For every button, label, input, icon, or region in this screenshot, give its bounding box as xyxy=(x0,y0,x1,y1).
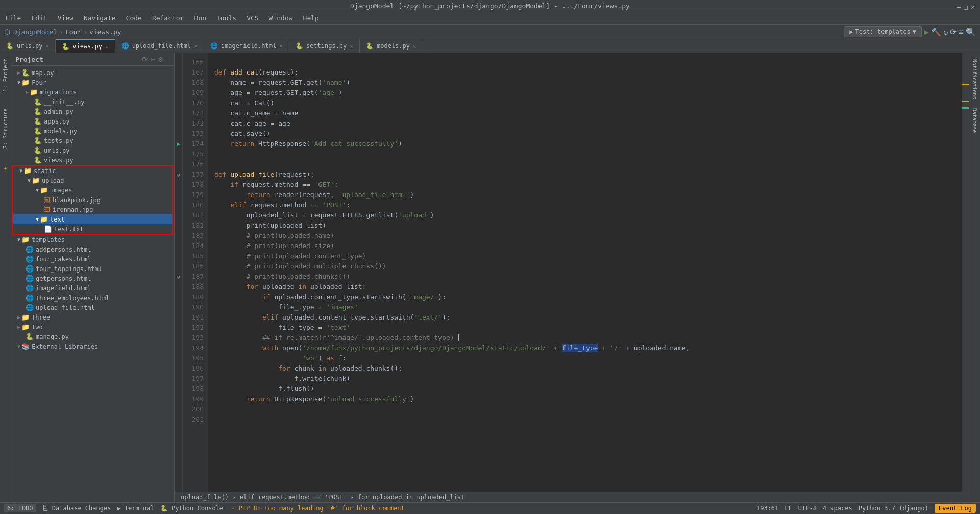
list-item[interactable]: ▼ 📁 Four xyxy=(11,78,174,87)
menu-navigate[interactable]: Navigate xyxy=(79,13,121,23)
list-item[interactable]: ▼ 📁 images xyxy=(13,185,172,195)
folder-arrow: ▶ xyxy=(17,324,20,330)
status-bar: 6: TODO 🗄 Database Changes ▶ Terminal 🐍 … xyxy=(0,502,980,514)
list-item[interactable]: ▼ 📁 text xyxy=(13,214,172,224)
list-item[interactable]: 🐍 tests.py xyxy=(11,136,174,145)
minimize-btn[interactable]: — xyxy=(957,3,961,11)
tab-views[interactable]: 🐍 views.py ✕ xyxy=(56,39,115,53)
tab-settings[interactable]: 🐍 settings.py ✕ xyxy=(289,39,360,53)
todo-btn[interactable]: 6: TODO xyxy=(4,504,36,512)
breadcrumb-file[interactable]: views.py xyxy=(89,28,121,36)
menu-view[interactable]: View xyxy=(53,13,79,23)
close-btn[interactable]: ✕ xyxy=(971,3,975,11)
build-icon[interactable]: 🔨 xyxy=(931,27,941,37)
list-item[interactable]: 🌐 imagefield.html xyxy=(11,283,174,293)
menu-code[interactable]: Code xyxy=(121,13,147,23)
reload-icon[interactable]: ↻ xyxy=(943,27,948,37)
event-log-btn[interactable]: Event Log xyxy=(935,504,976,513)
list-item[interactable]: 🐍 views.py xyxy=(11,155,174,165)
refresh-icon[interactable]: ⟳ xyxy=(950,27,957,37)
list-item[interactable]: 🐍 admin.py xyxy=(11,107,174,116)
left-tab-project[interactable]: 1: Project xyxy=(1,55,10,95)
db-changes-btn[interactable]: 🗄 Database Changes xyxy=(42,505,111,512)
breadcrumb-folder[interactable]: Four xyxy=(65,28,81,36)
list-item[interactable]: ▶ 📁 Three xyxy=(11,312,174,322)
menu-vcs[interactable]: VCS xyxy=(241,13,263,23)
run-icon[interactable]: ▶ xyxy=(924,27,929,37)
file-label: models.py xyxy=(44,128,77,135)
search-icon[interactable]: 🔍 xyxy=(966,27,976,37)
sidebar-header-icons: ⟳ ⊟ ⚙ — xyxy=(142,55,170,63)
tab-close-models[interactable]: ✕ xyxy=(413,43,416,50)
list-item[interactable]: 🐍 urls.py xyxy=(11,145,174,155)
right-tab-database[interactable]: Database xyxy=(971,106,978,135)
menu-edit[interactable]: Edit xyxy=(26,13,52,23)
settings-gear-icon[interactable]: ⚙ xyxy=(158,55,162,63)
list-item[interactable]: ▶ 🐍 map.py xyxy=(11,68,174,78)
list-item[interactable]: 🌐 four_cakes.html xyxy=(11,254,174,264)
tab-imagefield[interactable]: 🌐 imagefield.html ✕ xyxy=(204,39,289,53)
indent-size[interactable]: 4 spaces xyxy=(823,505,852,512)
tab-close-settings[interactable]: ✕ xyxy=(350,43,353,50)
list-item[interactable]: 🐍 apps.py xyxy=(11,116,174,126)
menu-run[interactable]: Run xyxy=(189,13,211,23)
list-item[interactable]: 🌐 addpersons.html xyxy=(11,244,174,254)
file-label: four_toppings.html xyxy=(36,265,102,273)
menu-file[interactable]: File xyxy=(0,13,26,23)
maximize-btn[interactable]: □ xyxy=(964,3,968,11)
file-icon: 🐍 xyxy=(34,146,42,154)
breadcrumb-project[interactable]: DjangoModel xyxy=(13,28,57,36)
list-item[interactable]: 🐍 models.py xyxy=(11,126,174,136)
menu-window[interactable]: Window xyxy=(264,13,298,23)
list-item[interactable]: 🖼 blankpink.jpg xyxy=(13,195,172,205)
folder-arrow: ▼ xyxy=(28,178,31,183)
menu-help[interactable]: Help xyxy=(298,13,324,23)
menu-refactor[interactable]: Refactor xyxy=(147,13,189,23)
list-item[interactable]: ▼ 📚 External Libraries xyxy=(11,341,174,351)
tab-close-imagefield[interactable]: ✕ xyxy=(279,43,283,50)
code-line-167: def add_cat(request): xyxy=(214,67,955,78)
window-controls[interactable]: — □ ✕ xyxy=(957,3,975,11)
editor-scrollbar[interactable] xyxy=(962,53,969,492)
python-console-btn[interactable]: 🐍 Python Console xyxy=(160,505,223,512)
folder-arrow: ▶ xyxy=(26,89,29,95)
line-ending[interactable]: LF xyxy=(785,505,792,512)
code-line-185: # print(uploaded.content_type) xyxy=(214,251,955,261)
list-item[interactable]: 📄 test.txt xyxy=(13,224,172,234)
left-tab-favorites[interactable]: ★ xyxy=(1,162,10,175)
sync-icon[interactable]: ⟳ xyxy=(142,55,148,63)
list-item[interactable]: 🖼 ironman.jpg xyxy=(13,205,172,214)
list-item[interactable]: ▼ 📁 static xyxy=(13,166,172,176)
tab-close-urls[interactable]: ✕ xyxy=(46,43,50,50)
list-item[interactable]: 🌐 getpersons.html xyxy=(11,274,174,283)
list-item[interactable]: ▼ 📁 upload xyxy=(13,176,172,185)
left-tab-structure[interactable]: 2: Structure xyxy=(1,105,10,152)
tab-close-upload[interactable]: ✕ xyxy=(194,43,198,50)
list-item[interactable]: 🌐 four_toppings.html xyxy=(11,264,174,274)
close-sidebar-icon[interactable]: — xyxy=(166,55,170,63)
tab-close-views[interactable]: ✕ xyxy=(105,43,109,50)
encoding[interactable]: UTF-8 xyxy=(798,505,817,512)
tab-urls[interactable]: 🐍 urls.py ✕ xyxy=(0,39,56,53)
list-item[interactable]: 🌐 three_employees.html xyxy=(11,293,174,303)
collapse-icon[interactable]: ⊟ xyxy=(151,55,155,63)
list-item[interactable]: ▼ 📁 templates xyxy=(11,235,174,244)
terminal-btn[interactable]: ▶ Terminal xyxy=(117,505,154,512)
list-item[interactable]: 🌐 upload_file.html xyxy=(11,303,174,312)
code-line-194: with open('/home/fuhx/python_projects/dj… xyxy=(214,343,955,353)
code-line-175 xyxy=(214,149,955,159)
code-editor[interactable]: def add_cat(request): name = request.GET… xyxy=(208,53,962,492)
tab-models[interactable]: 🐍 models.py ✕ xyxy=(360,39,423,53)
list-item[interactable]: ▶ 📁 Two xyxy=(11,322,174,332)
tab-upload-html[interactable]: 🌐 upload_file.html ✕ xyxy=(115,39,204,53)
python-version[interactable]: Python 3.7 (django) xyxy=(859,505,928,512)
layout-icon[interactable]: ≡ xyxy=(959,27,964,37)
code-line-198: f.flush() xyxy=(214,384,955,394)
list-item[interactable]: 🐍 __init__.py xyxy=(11,97,174,107)
menu-tools[interactable]: Tools xyxy=(211,13,241,23)
list-item[interactable]: 🐍 manage.py xyxy=(11,332,174,341)
test-button[interactable]: ▶ Test: templates ▼ xyxy=(844,26,922,37)
list-item[interactable]: ▶ 📁 migrations xyxy=(11,87,174,97)
right-tab-notifications[interactable]: Notifications xyxy=(971,57,978,101)
breakpoint-mark[interactable]: ▶ xyxy=(175,139,182,149)
